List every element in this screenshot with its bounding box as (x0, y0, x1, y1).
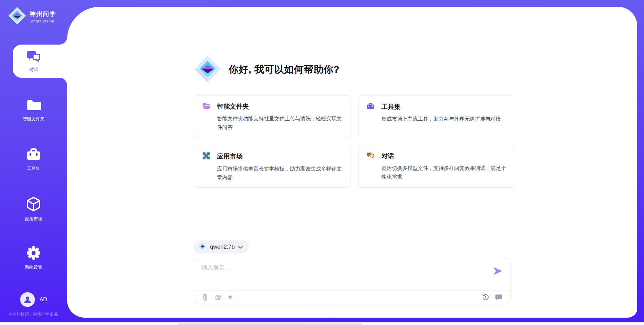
tab-curve-bottom (60, 78, 67, 85)
brand-diamond-icon (8, 7, 26, 26)
folder-icon (26, 99, 41, 113)
message-input-card: @ # (194, 258, 511, 304)
folder-open-icon (202, 102, 210, 111)
card-description: 智能文件夹功能支持批量文件上传与清洗，轻松实现文件问答 (217, 114, 342, 132)
hash-icon[interactable]: # (228, 294, 232, 301)
send-icon[interactable] (492, 266, 503, 277)
card-description: 灵活切换多模型文件，支持多样回复效果调试，满足个性化需求 (381, 164, 506, 181)
user-profile[interactable]: AD (0, 292, 67, 307)
composer: qwen2:7b (194, 240, 511, 304)
comment-icon[interactable] (495, 294, 502, 301)
sidebar-item-settings[interactable]: 系统设置 (0, 246, 67, 270)
gear-icon (26, 246, 41, 262)
scrollbar-thumb[interactable] (178, 323, 362, 325)
card-app-market[interactable]: 应用市场 应用市场提供丰富长文本模板，助力高效生成多样化文章内容 (194, 145, 351, 188)
greeting-section: 你好, 我可以如何帮助你? (194, 55, 511, 84)
brand-diamond-icon (199, 242, 207, 252)
cube-icon (26, 196, 41, 213)
grid-icon (202, 152, 210, 161)
card-title: 工具集 (381, 103, 400, 111)
card-smart-folder[interactable]: 智能文件夹 智能文件夹功能支持批量文件上传与清洗，轻松实现文件问答 (194, 95, 351, 138)
brand-name: 神州问学 (30, 10, 56, 18)
card-title: 对话 (381, 152, 394, 160)
card-description: 应用市场提供丰富长文本模板，助力高效生成多样化文章内容 (217, 165, 342, 182)
paperclip-icon[interactable] (203, 294, 208, 301)
tab-curve-top (60, 37, 67, 45)
card-toolset[interactable]: 工具集 集成市场上主流工具，助力AI与外界无缝扩展与对接 (358, 95, 515, 138)
sidebar: 神州问学 Smart Vision 对话 智能文件夹 (0, 0, 67, 325)
brand-diamond-icon (194, 55, 221, 84)
copyright-footer: ©神州数码 · 神州问学出品 (0, 312, 67, 317)
chevron-down-icon (238, 244, 243, 250)
greeting-title: 你好, 我可以如何帮助你? (229, 63, 339, 76)
card-title: 智能文件夹 (217, 102, 249, 111)
brand-subtitle: Smart Vision (30, 19, 56, 23)
profile-name: AD (40, 297, 47, 303)
model-selector[interactable]: qwen2:7b (194, 240, 249, 254)
at-icon[interactable]: @ (215, 294, 221, 301)
horizontal-scrollbar[interactable] (0, 322, 644, 325)
sidebar-item-label: 对话 (30, 67, 38, 73)
brand-logo: 神州问学 Smart Vision (8, 7, 56, 26)
toolbox-icon (26, 147, 41, 163)
history-icon[interactable] (482, 294, 489, 301)
sidebar-item-smart-folder[interactable]: 智能文件夹 (0, 99, 67, 122)
feature-cards: 智能文件夹 智能文件夹功能支持批量文件上传与清洗，轻松实现文件问答 工具集 集成… (194, 95, 511, 188)
sidebar-item-app-market[interactable]: 应用市场 (0, 196, 67, 222)
model-name: qwen2:7b (210, 244, 235, 250)
sidebar-item-label: 系统设置 (25, 264, 42, 270)
card-chat[interactable]: 对话 灵活切换多模型文件，支持多样回复效果调试，满足个性化需求 (358, 145, 515, 188)
card-description: 集成市场上主流工具，助力AI与外界无缝扩展与对接 (381, 115, 506, 123)
briefcase-icon (367, 102, 375, 111)
message-input[interactable] (202, 264, 492, 284)
sidebar-item-label: 应用市场 (25, 216, 42, 222)
card-title: 应用市场 (217, 152, 243, 161)
sidebar-item-label: 智能文件夹 (23, 116, 45, 122)
chat-bubbles-icon (26, 50, 41, 65)
user-avatar-icon (20, 292, 35, 307)
chat-bubbles-icon (367, 152, 375, 160)
sidebar-item-label: 工具集 (27, 166, 40, 172)
sidebar-item-toolset[interactable]: 工具集 (0, 147, 67, 172)
sidebar-item-chat[interactable]: 对话 (13, 45, 67, 78)
main-panel: 你好, 我可以如何帮助你? 智能文件夹 智能文件夹功能支持批量文件上传与清洗，轻… (67, 7, 637, 318)
